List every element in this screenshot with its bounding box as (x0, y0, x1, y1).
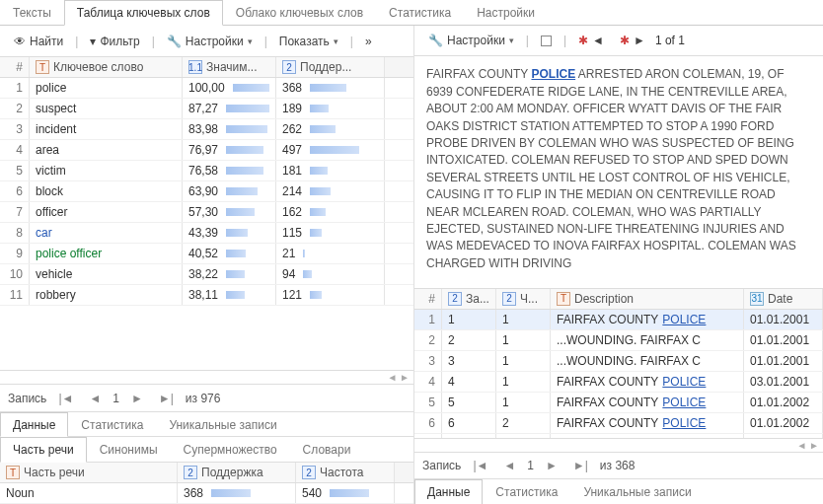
tab-супермножество[interactable]: Супермножество (171, 437, 290, 463)
show-button[interactable]: Показать ▾ (273, 32, 344, 51)
tab-статистика[interactable]: Статистика (68, 412, 156, 437)
nav-prev[interactable]: ◄ (85, 392, 105, 405)
col2-idx[interactable]: # (414, 289, 442, 309)
tab-статистика[interactable]: Статистика (483, 479, 570, 504)
table-row[interactable]: 7officer57,30162 (0, 202, 413, 223)
right-toolbar: 🔧 Настройки ▾ | | ✱◄ ✱► 1 of 1 (414, 26, 823, 56)
table-row[interactable]: 221...WOUNDING. FAIRFAX C01.01.2001 (414, 330, 823, 351)
table-row[interactable]: 5victim76,58181 (0, 161, 413, 181)
records-grid: # 2За... 2Ч... TDescription 31Date 111FA… (414, 289, 823, 438)
pos-tabs: Часть речиСинонимыСупермножествоСловари (0, 437, 413, 463)
keyword-grid: # TКлючевое слово 1.1Значим... 2Поддер..… (0, 57, 413, 370)
hscroll[interactable]: ◄ ► (0, 370, 413, 384)
tab-настройки[interactable]: Настройки (464, 0, 548, 26)
filter-button[interactable]: ▾ Фильтр (84, 32, 145, 51)
nav2-total: из 368 (600, 459, 636, 472)
table-row[interactable]: 4area76,97497 (0, 140, 413, 161)
table-row[interactable]: 11robbery38,11121 (0, 285, 413, 306)
top-tabs: ТекстыТаблица ключевых словОблако ключев… (0, 0, 823, 26)
tab-данные[interactable]: Данные (414, 479, 483, 504)
settings-button[interactable]: 🔧 Настройки ▾ (161, 32, 259, 51)
nav2-page: 1 (527, 459, 534, 472)
nav-last[interactable]: ►| (155, 392, 178, 405)
text-panel: FAIRFAX COUNTY POLICE ARRESTED ARON COLE… (414, 56, 823, 287)
record-link[interactable]: POLICE (662, 396, 706, 409)
pos-grid: TЧасть речи 2Поддержка 2Частота Noun 368… (0, 463, 413, 504)
nav2-first[interactable]: |◄ (469, 459, 491, 472)
nav-bar-2: Запись |◄ ◄ 1 ► ►| из 368 (414, 452, 823, 479)
nav2-next[interactable]: ► (542, 459, 561, 472)
table-row[interactable]: 111FAIRFAX COUNTY POLICE01.01.2001 (414, 310, 823, 330)
table-row[interactable]: 8car43,39115 (0, 223, 413, 244)
table-row[interactable]: 3incident83,98262 (0, 119, 413, 140)
tab-часть-речи[interactable]: Часть речи (0, 437, 87, 463)
tab-облако-ключевых-слов[interactable]: Облако ключевых слов (223, 0, 376, 26)
table-row[interactable]: 1police100,00368 (0, 78, 413, 99)
tab-уникальные-записи[interactable]: Уникальные записи (570, 479, 704, 504)
col-pos-sup[interactable]: 2Поддержка (178, 463, 296, 482)
nav-next[interactable]: ► (127, 392, 147, 405)
table-row[interactable]: 2suspect87,27189 (0, 99, 413, 119)
table-row[interactable]: 441FAIRFAX COUNTY POLICE03.01.2001 (414, 372, 823, 393)
col-pos[interactable]: TЧасть речи (0, 463, 178, 482)
col-keyword[interactable]: TКлючевое слово (30, 57, 183, 77)
next-match-button[interactable]: ✱► (614, 31, 651, 50)
record-label-2: Запись (422, 459, 461, 472)
table-row[interactable]: 551FAIRFAX COUNTY POLICE01.01.2002 (414, 393, 823, 413)
nav-page: 1 (112, 392, 119, 405)
hscroll2[interactable]: ◄ ► (414, 438, 823, 452)
record-link[interactable]: POLICE (662, 313, 706, 326)
prev-match-button[interactable]: ✱◄ (572, 31, 610, 50)
col2-a[interactable]: 2За... (442, 289, 496, 309)
tab-таблица-ключевых-слов[interactable]: Таблица ключевых слов (64, 0, 223, 26)
record-link[interactable]: POLICE (662, 416, 706, 430)
pos-row[interactable]: Noun 368 540 (0, 483, 413, 504)
table-row[interactable]: 662FAIRFAX COUNTY POLICE01.01.2002 (414, 413, 823, 434)
col2-date[interactable]: 31Date (744, 289, 823, 309)
table-row[interactable]: 10vehicle38,2294 (0, 264, 413, 285)
find-button[interactable]: 👁 Найти (8, 32, 69, 51)
col2-b[interactable]: 2Ч... (496, 289, 551, 309)
tab-статистика[interactable]: Статистика (376, 0, 464, 26)
col-support[interactable]: 2Поддер... (276, 57, 385, 77)
table-row[interactable]: 6block63,90214 (0, 181, 413, 202)
tab-данные[interactable]: Данные (0, 412, 68, 437)
nav-total: из 976 (186, 392, 221, 405)
tab-синонимы[interactable]: Синонимы (87, 437, 171, 463)
nav2-last[interactable]: ►| (569, 459, 592, 472)
tab-тексты[interactable]: Тексты (0, 0, 64, 26)
match-count: 1 of 1 (655, 34, 685, 47)
col-index[interactable]: # (0, 57, 30, 77)
col-pos-freq[interactable]: 2Частота (296, 463, 395, 482)
nav-first[interactable]: |◄ (54, 392, 77, 405)
nav-bar-1: Запись |◄ ◄ 1 ► ►| из 976 (0, 384, 413, 411)
mid-tabs: ДанныеСтатистикаУникальные записи (0, 411, 413, 437)
table-row[interactable]: 9police officer40,5221 (0, 244, 413, 264)
record-link[interactable]: POLICE (662, 375, 706, 389)
box-button[interactable] (535, 33, 558, 49)
right-settings-button[interactable]: 🔧 Настройки ▾ (422, 31, 520, 50)
nav2-prev[interactable]: ◄ (499, 459, 519, 472)
record-label: Запись (8, 392, 46, 405)
highlight: POLICE (531, 67, 575, 81)
col2-desc[interactable]: TDescription (551, 289, 744, 309)
more-button[interactable]: » (359, 32, 378, 51)
tab-словари[interactable]: Словари (290, 437, 364, 463)
table-row[interactable]: 331...WOUNDING. FAIRFAX C01.01.2001 (414, 351, 823, 372)
tab-уникальные-записи[interactable]: Уникальные записи (156, 412, 289, 437)
col-value[interactable]: 1.1Значим... (183, 57, 276, 77)
left-toolbar: 👁 Найти | ▾ Фильтр | 🔧 Настройки ▾ | Пок… (0, 26, 413, 57)
bottom-tabs: ДанныеСтатистикаУникальные записи (414, 478, 823, 504)
